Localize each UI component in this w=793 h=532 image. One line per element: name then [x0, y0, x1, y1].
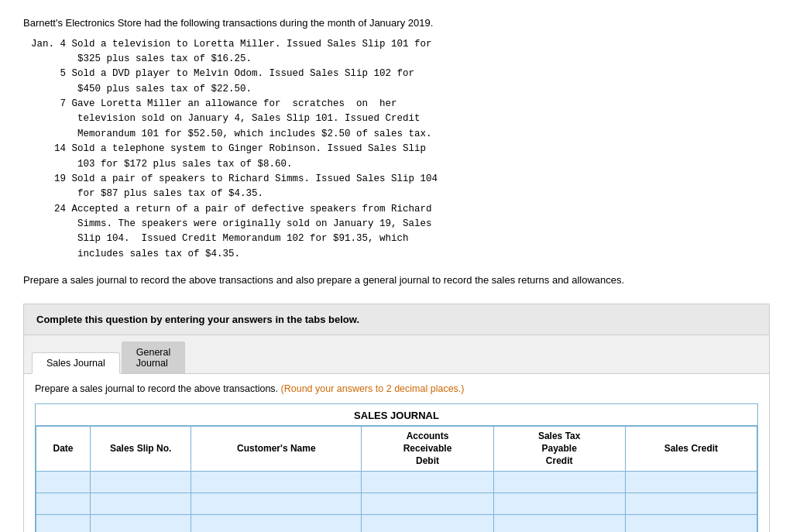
col-header-credit: Sales Credit — [625, 427, 757, 472]
input-ar-1[interactable] — [366, 499, 488, 510]
tabs-container: Sales Journal GeneralJournal Prepare a s… — [23, 335, 770, 532]
table-header-row: Date Sales Slip No. Customer's Name Acco… — [36, 427, 757, 472]
input-name-2[interactable] — [196, 520, 356, 531]
tabs-row: Sales Journal GeneralJournal — [24, 335, 769, 374]
sales-journal-title: SALES JOURNAL — [36, 404, 757, 426]
input-slip-1[interactable] — [95, 499, 186, 510]
col-header-slip: Sales Slip No. — [91, 427, 191, 472]
sales-journal-body — [36, 472, 757, 532]
sales-journal-wrapper: SALES JOURNAL Date Sales Slip No. Custom… — [35, 403, 758, 532]
tx-jan4-label: Jan. 4 Sold a television to Loretta Mill… — [31, 39, 432, 50]
problem-intro: Barnett's Electronics Store had the foll… — [23, 15, 770, 31]
input-credit-2[interactable] — [630, 520, 752, 531]
tx-jan19-cont: for $87 plus sales tax of $4.35. — [31, 188, 263, 199]
cell-credit-0[interactable] — [625, 472, 757, 493]
input-date-2[interactable] — [41, 520, 85, 531]
instructions-note: (Round your answers to 2 decimal places.… — [281, 383, 465, 394]
col-header-name: Customer's Name — [191, 427, 362, 472]
cell-tax-1[interactable] — [493, 493, 625, 515]
question-box: Complete this question by entering your … — [23, 304, 770, 335]
cell-ar-0[interactable] — [362, 472, 493, 493]
input-date-1[interactable] — [41, 499, 85, 510]
input-credit-1[interactable] — [630, 499, 752, 510]
col-header-date: Date — [36, 427, 91, 472]
table-row — [36, 472, 757, 493]
tab-content-sales-journal: Prepare a sales journal to record the ab… — [24, 374, 769, 532]
tab-sales-journal[interactable]: Sales Journal — [32, 352, 120, 374]
cell-tax-2[interactable] — [493, 515, 625, 532]
instructions-main: Prepare a sales journal to record the ab… — [35, 383, 278, 394]
transactions-list: Jan. 4 Sold a television to Loretta Mill… — [31, 37, 770, 263]
problem-container: Barnett's Electronics Store had the foll… — [23, 15, 770, 288]
cell-date-1[interactable] — [36, 493, 91, 515]
input-tax-2[interactable] — [499, 520, 620, 531]
tx-jan14-label: 14 Sold a telephone system to Ginger Rob… — [31, 143, 426, 154]
tx-jan14-cont: 103 for $172 plus sales tax of $8.60. — [31, 159, 293, 170]
input-tax-0[interactable] — [499, 477, 620, 488]
cell-tax-0[interactable] — [493, 472, 625, 493]
tx-jan24-cont3: includes sales tax of $4.35. — [31, 249, 240, 259]
input-slip-0[interactable] — [95, 477, 186, 488]
question-box-text: Complete this question by entering your … — [36, 314, 359, 325]
cell-credit-2[interactable] — [625, 515, 757, 532]
tab-general-journal[interactable]: GeneralJournal — [122, 342, 185, 373]
cell-name-0[interactable] — [191, 472, 362, 493]
cell-name-1[interactable] — [191, 493, 362, 515]
tx-jan5-cont: $450 plus sales tax of $22.50. — [31, 84, 252, 94]
input-ar-2[interactable] — [366, 520, 488, 531]
cell-slip-1[interactable] — [91, 493, 191, 515]
cell-ar-2[interactable] — [362, 515, 493, 532]
table-row — [36, 493, 757, 515]
tx-jan7-cont1: television sold on January 4, Sales Slip… — [31, 113, 421, 124]
tx-jan24-cont2: Slip 104. Issued Credit Memorandum 102 f… — [31, 233, 409, 244]
cell-date-0[interactable] — [36, 472, 91, 493]
prepare-instructions: Prepare a sales journal to record the ab… — [23, 273, 770, 288]
table-row — [36, 515, 757, 532]
input-tax-1[interactable] — [499, 499, 620, 510]
tx-jan7-label: 7 Gave Loretta Miller an allowance for s… — [31, 98, 397, 109]
tx-jan24-cont1: Simms. The speakers were originally sold… — [31, 218, 432, 229]
input-date-0[interactable] — [41, 477, 85, 488]
cell-slip-2[interactable] — [91, 515, 191, 532]
cell-ar-1[interactable] — [362, 493, 493, 515]
tx-jan19-label: 19 Sold a pair of speakers to Richard Si… — [31, 173, 438, 184]
input-credit-0[interactable] — [630, 477, 752, 488]
input-name-1[interactable] — [196, 499, 356, 510]
tx-jan4-cont: $325 plus sales tax of $16.25. — [31, 53, 252, 64]
cell-credit-1[interactable] — [625, 493, 757, 515]
cell-name-2[interactable] — [191, 515, 362, 532]
input-name-0[interactable] — [196, 477, 356, 488]
sales-journal-table: Date Sales Slip No. Customer's Name Acco… — [36, 426, 757, 532]
tab-instructions: Prepare a sales journal to record the ab… — [35, 382, 758, 396]
cell-slip-0[interactable] — [91, 472, 191, 493]
cell-date-2[interactable] — [36, 515, 91, 532]
col-header-ar: AccountsReceivableDebit — [362, 427, 493, 472]
input-slip-2[interactable] — [95, 520, 186, 531]
col-header-tax: Sales TaxPayableCredit — [493, 427, 625, 472]
tx-jan5-label: 5 Sold a DVD player to Melvin Odom. Issu… — [31, 68, 414, 79]
tx-jan24-label: 24 Accepted a return of a pair of defect… — [31, 204, 432, 215]
tx-jan7-cont2: Memorandum 101 for $52.50, which include… — [31, 129, 432, 139]
input-ar-0[interactable] — [366, 477, 488, 488]
